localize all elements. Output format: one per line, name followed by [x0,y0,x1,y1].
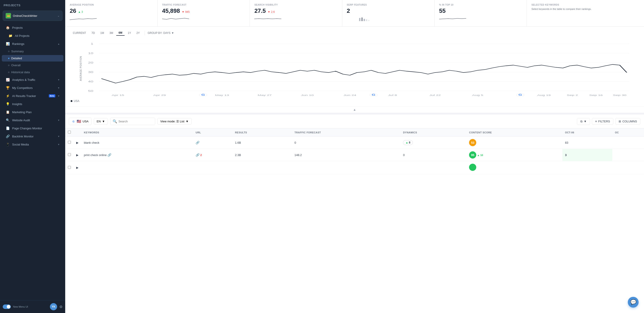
view-mode-chevron-icon: ▼ [186,120,189,123]
row3-checkbox[interactable] [68,166,71,169]
row1-dynamics-badge: ▲ 8 [403,140,413,145]
th-traffic-forecast[interactable]: TRAFFIC FORECAST [292,129,400,137]
sidebar-item-ai-tracker[interactable]: ⚡ AI Results Tracker Beta ▼ [2,92,64,100]
ai-tracker-chevron-icon: ▼ [58,95,60,97]
row2-url-icon[interactable]: 🔗 [196,153,200,157]
row2-score-delta: ▲ 10 [477,154,483,156]
time-btn-1y[interactable]: 1Y [126,30,133,35]
selected-keywords-desc: Select keywords in the table to compare … [531,7,640,11]
keyword-table: KEYWORDS URL RESULTS TRAFFIC FORECAST DY… [65,129,644,174]
row3-oct06 [562,161,612,174]
svg-text:20: 20 [88,61,93,64]
sidebar-item-social-media[interactable]: 📱 Social Media ▼ [2,141,64,148]
th-results[interactable]: RESULTS [232,129,292,137]
backlink-monitor-icon: 🔗 [6,135,10,138]
competitors-label: My Competitors [12,86,55,90]
svg-text:Jul 8: Jul 8 [388,94,397,96]
row2-checkbox[interactable] [68,153,71,156]
columns-label: COLUMNS [622,120,637,123]
th-select-all[interactable] [65,129,74,137]
group-by-value: DAYS [163,31,170,35]
new-menu-toggle[interactable] [3,305,11,309]
avg-position-delta: ▲ 3 [78,10,83,13]
sidebar-item-competitors[interactable]: 🏆 My Competitors ▼ [2,84,64,92]
time-btn-2y[interactable]: 2Y [134,30,142,35]
select-all-checkbox[interactable] [68,131,71,134]
search-visibility-value: 27.5 [254,7,266,14]
th-oc[interactable]: OC [612,129,644,137]
selected-keywords-label: SELECTED KEYWORDS [531,3,640,6]
sidebar-sub-summary[interactable]: Summary [2,48,64,55]
all-projects-label: All Projects [15,34,60,37]
filter-icon: ≡ [595,120,597,123]
row3-expand[interactable]: ▶ [74,161,81,174]
sidebar-item-rankings[interactable]: 📊 Rankings ▲ [2,40,64,48]
language-selector[interactable]: EN ▼ [94,118,108,125]
marketing-plan-icon: 📋 [6,110,10,114]
th-content-score[interactable]: CONTENT SCORE [466,129,562,137]
main-content: AVERAGE POSITION 26 ▲ 3 TRAFFIC FORECAST… [65,0,644,313]
sidebar-sub-overall[interactable]: Overall [2,62,64,68]
svg-text:40: 40 [88,80,93,83]
sidebar-item-all-projects[interactable]: 📁 All Projects [2,32,64,39]
search-box[interactable]: 🔍 [110,118,155,125]
row1-checkbox-cell[interactable] [65,137,74,149]
sidebar-item-insights[interactable]: 💡 Insights [2,100,64,108]
time-btn-1m[interactable]: 1M [98,30,106,35]
svg-text:Sep 2: Sep 2 [567,94,578,96]
time-btn-3m[interactable]: 3M [107,30,116,35]
row1-url[interactable]: 🔗 [193,137,232,149]
country-selector[interactable]: G 🇺🇸 USA [69,118,92,125]
sidebar-item-backlink-monitor[interactable]: 🔗 Backlink Monitor ▼ [2,133,64,140]
group-by-selector[interactable]: GROUP BY: DAYS ▼ [148,31,174,35]
sidebar-item-analytics[interactable]: 📈 Analytics & Traffic ▼ [2,76,64,84]
svg-text:G: G [372,94,375,96]
row1-expand[interactable]: ▶ [74,137,81,149]
view-mode-selector[interactable]: View mode: ☰ List ▼ [158,118,192,125]
sidebar-item-label: Projects [12,26,60,29]
legend-dot [70,100,72,102]
project-selector[interactable]: 💳 OnlineCheckWriter ⌄ [3,10,62,21]
row3-checkbox-cell[interactable] [65,161,74,174]
row1-checkbox[interactable] [68,141,71,144]
sidebar-header: Projects [0,0,65,9]
rankings-label: Rankings [12,42,55,46]
settings-icon[interactable]: ⚙ [59,305,62,309]
language-label: EN [97,120,101,123]
th-url[interactable]: URL [193,129,232,137]
stat-card-top10: % IN TOP 10 55 [435,0,527,26]
time-btn-7d[interactable]: 7D [89,30,97,35]
time-btn-current[interactable]: CURRENT [70,30,88,35]
time-btn-6m[interactable]: 6M [116,30,124,36]
svg-text:May 27: May 27 [258,94,272,96]
copy-button[interactable]: ⧉ ▼ [577,118,590,125]
row2-link-icon[interactable]: 🔗 [108,153,111,157]
sidebar-sub-historical[interactable]: Historical data [2,69,64,75]
th-dynamics[interactable]: DYNAMICS [400,129,466,137]
summary-label: Summary [11,50,24,53]
overall-dot [8,65,10,66]
row2-url[interactable]: 🔗 2 [193,149,232,161]
sidebar-item-page-changes[interactable]: 📄 Page Changes Monitor [2,124,64,132]
row1-url-icon[interactable]: 🔗 [196,141,200,144]
rankings-chevron-icon: ▲ [58,43,60,45]
search-input[interactable] [118,120,153,123]
row1-oc [612,137,644,149]
sidebar-item-website-audit[interactable]: 🔍 Website Audit ▼ [2,116,64,124]
folder-icon: 📁 [8,34,12,37]
columns-button[interactable]: ⊞ COLUMNS [615,118,640,125]
th-keywords[interactable]: KEYWORDS [81,129,193,137]
row2-expand[interactable]: ▶ [74,149,81,161]
main-chart: 1 10 20 30 40 50 Apr 15 Apr 29 G May 13 … [70,39,638,98]
sidebar-item-marketing-plan[interactable]: 📋 Marketing Plan [2,108,64,116]
filters-button[interactable]: ≡ FILTERS [592,118,614,125]
avg-position-value: 26 [70,7,76,14]
row2-checkbox-cell[interactable] [65,149,74,161]
th-oct06[interactable]: OCT-06 [562,129,612,137]
search-visibility-delta: ▼ 2.6 [268,10,275,13]
sidebar-sub-detailed[interactable]: Detailed [2,55,64,61]
collapse-bar[interactable]: ▲ [65,106,644,113]
chat-bubble[interactable]: 💬 [628,297,638,308]
sidebar-item-projects[interactable]: 🏠 Projects [2,24,64,31]
row2-traffic-forecast: 148.2 [292,149,400,161]
